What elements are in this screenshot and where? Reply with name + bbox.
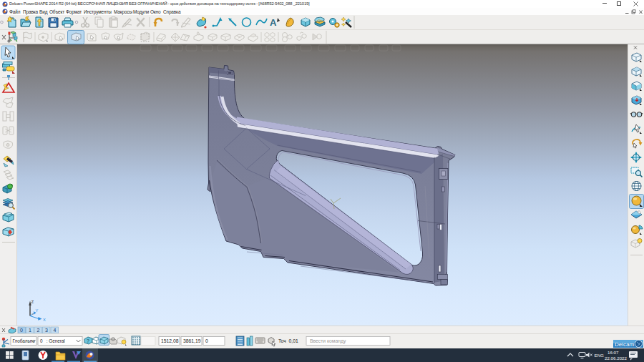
svg-text:4: 4 [54, 328, 57, 333]
svg-text:1512,08: 1512,08 [161, 338, 179, 343]
svg-text:ENG: ENG [595, 353, 605, 358]
svg-text:Y: Y [36, 308, 39, 313]
svg-text:16:07: 16:07 [608, 350, 619, 355]
svg-text:A: A [270, 17, 277, 28]
svg-text:1: 1 [29, 328, 31, 333]
svg-text:2: 2 [37, 328, 40, 333]
svg-text:3861,19: 3861,19 [183, 338, 201, 343]
svg-text:Z: Z [31, 300, 34, 304]
svg-text:22.06.2022: 22.06.2022 [605, 356, 628, 361]
svg-text:?: ? [87, 338, 89, 343]
svg-text:0: 0 [20, 328, 23, 333]
svg-text:0 : General: 0 : General [40, 338, 65, 343]
svg-text:w: w [32, 312, 34, 315]
svg-text:Ввести команду: Ввести команду [310, 338, 346, 344]
svg-text:Delcam: Delcam [615, 341, 634, 348]
svg-text:X: X [43, 318, 46, 322]
svg-text:Точ 0,01: Точ 0,01 [278, 338, 298, 343]
svg-text:3: 3 [45, 328, 48, 333]
svg-text:0: 0 [205, 338, 208, 343]
